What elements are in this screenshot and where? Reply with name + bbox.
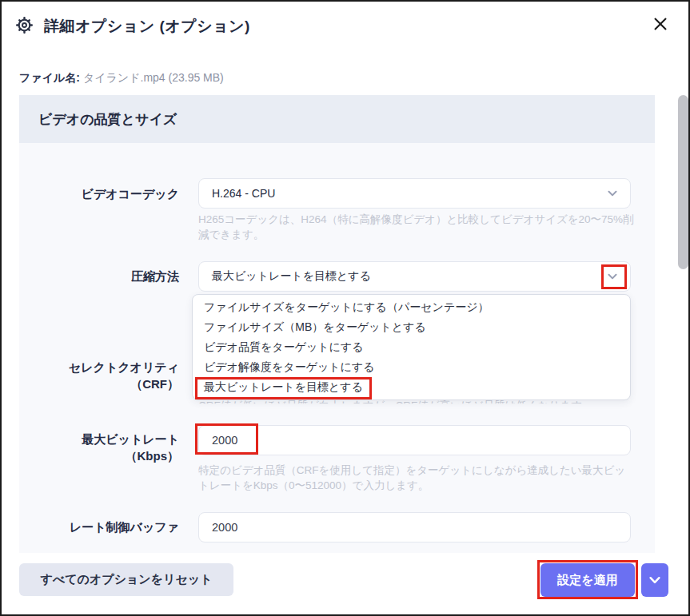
section-header-band: ビデオの品質とサイズ [19,95,655,143]
apply-more-button[interactable] [641,563,668,597]
method-select[interactable]: 最大ビットレートを目標とする [198,261,631,292]
max-bitrate-label-line1: 最大ビットレート [82,432,179,446]
method-option-target-percentage[interactable]: ファイルサイズをターゲットにする（パーセンテージ） [193,297,630,317]
method-option-target-max-bitrate[interactable]: 最大ビットレートを目標とする [193,377,630,397]
quality-label-line1: セレクトクオリティ [69,360,179,374]
file-name-line: ファイル名: タイランド.mp4 (23.95 MB) [19,71,224,85]
gear-icon [15,16,34,34]
quality-label: セレクトクオリティ （CRF） [19,359,179,392]
max-bitrate-input[interactable] [198,425,631,455]
method-dropdown-menu: ファイルサイズをターゲットにする（パーセンテージ） ファイルサイズ（MB）をター… [192,294,631,400]
file-name-value: タイランド.mp4 (23.95 MB) [83,71,224,84]
dialog-title: 詳細オプション (オプション) [44,16,250,37]
chevron-down-icon [648,573,662,587]
reset-all-options-button[interactable]: すべてのオプションをリセット [19,563,233,596]
quality-label-line2: （CRF） [130,377,179,391]
method-select-value: 最大ビットレートを目標とする [212,269,606,284]
chevron-down-icon [606,270,619,283]
method-label: 圧縮方法 [19,268,179,284]
rate-buffer-label: レート制御バッファ [19,519,179,535]
max-bitrate-help-text: 特定のビデオ品質（CRFを使用して指定）をターゲットにしながら達成したい最大ビッ… [198,463,636,493]
apply-settings-button[interactable]: 設定を適用 [540,563,635,597]
method-option-target-resolution[interactable]: ビデオ解像度をターゲットにする [193,357,630,377]
chevron-down-icon [606,187,619,200]
codec-help-text: H265コーデックは、H264（特に高解像度ビデオ）と比較してビデオサイズを20… [198,212,636,242]
max-bitrate-label: 最大ビットレート （Kbps） [19,431,179,464]
close-icon[interactable] [651,14,670,34]
codec-select-value: H.264 - CPU [212,187,606,200]
codec-select[interactable]: H.264 - CPU [198,178,631,209]
section-title: ビデオの品質とサイズ [38,110,177,129]
method-option-target-quality[interactable]: ビデオ品質をターゲットにする [193,337,630,357]
vertical-scrollbar-thumb[interactable] [678,95,688,269]
rate-buffer-input[interactable] [198,512,631,542]
method-option-target-mb[interactable]: ファイルサイズ（MB）をターゲットとする [193,317,630,337]
max-bitrate-label-line2: （Kbps） [126,449,180,463]
codec-label: ビデオコーデック [19,185,179,202]
file-name-label: ファイル名: [19,71,80,84]
advanced-options-dialog: 詳細オプション (オプション) ファイル名: タイランド.mp4 (23.95 … [0,0,690,616]
